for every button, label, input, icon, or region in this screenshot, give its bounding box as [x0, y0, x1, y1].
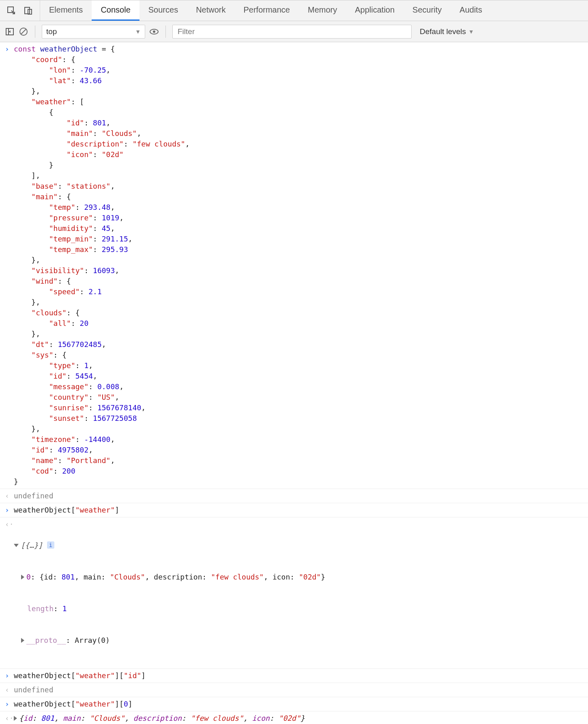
console-input-row[interactable]: › weatherObject["weather"]	[0, 503, 588, 517]
console-input-row[interactable]: › weatherObject["weather"]["id"]	[0, 669, 588, 683]
log-levels-label: Default levels	[420, 27, 466, 36]
output-icon: ‹	[2, 685, 14, 695]
output-value: [{…}] i 0: {id: 801, main: "Clouds", des…	[14, 519, 588, 667]
filter-input[interactable]	[172, 25, 412, 39]
device-toolbar-icon[interactable]	[24, 6, 33, 15]
output-icon: ‹·	[2, 519, 14, 667]
info-icon[interactable]: i	[47, 541, 54, 549]
tabs: Elements Console Sources Network Perform…	[40, 0, 491, 21]
separator	[35, 26, 35, 38]
inspect-element-icon[interactable]	[6, 6, 16, 15]
chevron-down-icon: ▼	[468, 28, 474, 35]
svg-line-6	[21, 29, 26, 34]
console-input-row[interactable]: › const weatherObject = { "coord": { "lo…	[0, 42, 588, 489]
context-selector[interactable]: top ▼	[42, 25, 145, 39]
prompt-icon: ›	[2, 44, 14, 487]
tab-network[interactable]: Network	[187, 0, 234, 21]
code-input: weatherObject["weather"][0]	[14, 699, 588, 709]
console-output-row[interactable]: ‹· {id: 801, main: "Clouds", description…	[0, 711, 588, 724]
chevron-down-icon: ▼	[135, 28, 141, 35]
expand-toggle-icon[interactable]	[14, 716, 17, 721]
output-icon: ‹	[2, 491, 14, 501]
devtools-tabstrip: Elements Console Sources Network Perform…	[0, 0, 588, 21]
code-input: weatherObject["weather"]["id"]	[14, 670, 588, 681]
toolbar-left-icons	[0, 0, 40, 21]
log-levels-dropdown[interactable]: Default levels ▼	[416, 27, 478, 36]
expand-toggle-icon[interactable]	[21, 575, 24, 580]
tab-performance[interactable]: Performance	[235, 0, 299, 21]
expand-toggle-icon[interactable]	[21, 638, 24, 643]
output-value: {id: 801, main: "Clouds", description: "…	[14, 713, 588, 724]
prompt-icon: ›	[2, 670, 14, 681]
tab-elements[interactable]: Elements	[40, 0, 92, 21]
console-output-row: ‹ undefined	[0, 489, 588, 503]
console-toolbar: top ▼ Default levels ▼	[0, 21, 588, 42]
console-output: › const weatherObject = { "coord": { "lo…	[0, 42, 588, 724]
code-input: const weatherObject = { "coord": { "lon"…	[14, 44, 588, 487]
output-icon: ‹·	[2, 713, 14, 724]
prompt-icon: ›	[2, 699, 14, 709]
tab-sources[interactable]: Sources	[139, 0, 187, 21]
svg-point-8	[153, 30, 155, 33]
output-value: undefined	[14, 685, 588, 695]
console-output-row[interactable]: ‹· [{…}] i 0: {id: 801, main: "Clouds", …	[0, 517, 588, 669]
tab-application[interactable]: Application	[346, 0, 403, 21]
live-expression-icon[interactable]	[149, 27, 159, 37]
code-input: weatherObject["weather"]	[14, 505, 588, 515]
tab-audits[interactable]: Audits	[451, 0, 491, 21]
separator	[165, 26, 166, 38]
console-input-row[interactable]: › weatherObject["weather"][0]	[0, 697, 588, 711]
console-output-row: ‹ undefined	[0, 683, 588, 697]
prompt-icon: ›	[2, 505, 14, 515]
context-selector-value: top	[46, 27, 57, 36]
clear-console-icon[interactable]	[19, 27, 28, 37]
expand-toggle-icon[interactable]	[14, 544, 19, 547]
tab-memory[interactable]: Memory	[299, 0, 346, 21]
svg-rect-1	[25, 7, 30, 14]
tab-security[interactable]: Security	[403, 0, 451, 21]
tab-console[interactable]: Console	[92, 0, 139, 21]
console-sidebar-toggle-icon[interactable]	[5, 27, 15, 37]
output-value: undefined	[14, 491, 588, 501]
